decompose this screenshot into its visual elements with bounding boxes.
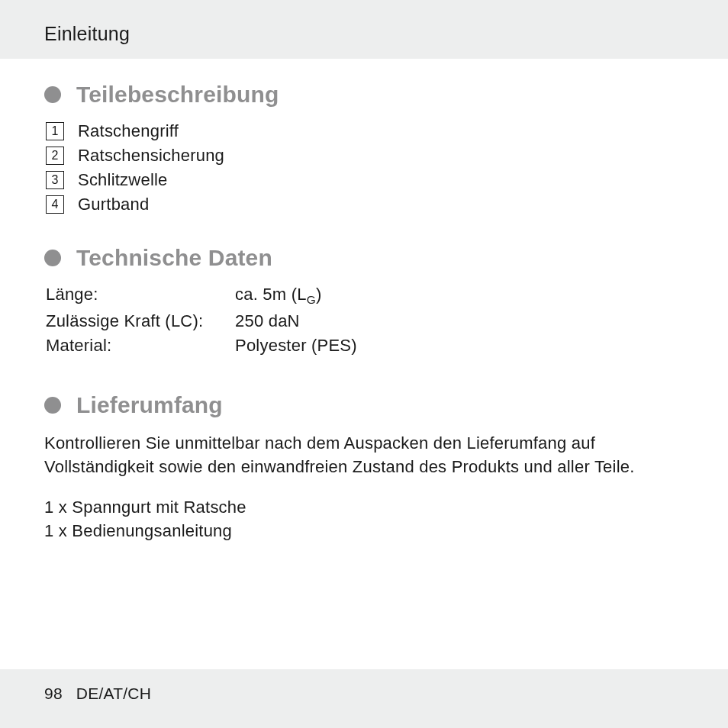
scope-paragraph: Kontrollieren Sie unmittelbar nach dem A… xyxy=(44,432,684,478)
table-row: Zulässige Kraft (LC): 250 daN xyxy=(46,311,684,331)
callout-number: 4 xyxy=(46,195,64,214)
spec-value: ca. 5m (LG) xyxy=(235,285,321,307)
heading-scope: Lieferumfang xyxy=(76,392,223,418)
heading-parts: Teilebeschreibung xyxy=(76,82,279,108)
bullet-icon xyxy=(44,250,61,266)
page-body: Teilebeschreibung 1 Ratschengriff 2 Rats… xyxy=(0,59,728,669)
scope-list: 1 x Spanngurt mit Ratsche 1 x Bedienungs… xyxy=(44,495,684,543)
heading-specs: Technische Daten xyxy=(76,245,272,271)
callout-number: 2 xyxy=(46,147,64,165)
spec-value-text: ca. 5m (L xyxy=(235,285,307,304)
spec-value-text: ) xyxy=(316,285,322,304)
spec-value: Polyester (PES) xyxy=(235,336,357,356)
spec-key: Material: xyxy=(46,336,235,356)
section-title-specs: Technische Daten xyxy=(44,245,684,271)
part-label: Ratschengriff xyxy=(78,121,179,141)
spec-value-subscript: G xyxy=(307,293,316,306)
spec-key: Zulässige Kraft (LC): xyxy=(46,311,235,331)
bullet-icon xyxy=(44,86,61,103)
list-item: 1 x Bedienungsanleitung xyxy=(44,519,684,543)
list-item: 2 Ratschensicherung xyxy=(46,146,684,166)
locale-code: DE/AT/CH xyxy=(76,685,151,703)
part-label: Ratschensicherung xyxy=(78,146,224,166)
parts-list: 1 Ratschengriff 2 Ratschensicherung 3 Sc… xyxy=(46,121,684,214)
section-title-scope: Lieferumfang xyxy=(44,392,684,418)
page-header: Einleitung xyxy=(0,0,728,59)
list-item: 1 Ratschengriff xyxy=(46,121,684,141)
page-footer: 98 DE/AT/CH xyxy=(0,669,728,703)
callout-number: 1 xyxy=(46,122,64,140)
bullet-icon xyxy=(44,397,61,414)
table-row: Länge: ca. 5m (LG) xyxy=(46,285,684,307)
part-label: Schlitzwelle xyxy=(78,170,168,190)
list-item: 4 Gurtband xyxy=(46,195,684,214)
page-number: 98 xyxy=(44,685,63,703)
list-item: 3 Schlitzwelle xyxy=(46,170,684,190)
list-item: 1 x Spanngurt mit Ratsche xyxy=(44,495,684,519)
spec-value: 250 daN xyxy=(235,311,300,331)
callout-number: 3 xyxy=(46,171,64,189)
specs-table: Länge: ca. 5m (LG) Zulässige Kraft (LC):… xyxy=(46,285,684,356)
table-row: Material: Polyester (PES) xyxy=(46,336,684,356)
section-title-parts: Teilebeschreibung xyxy=(44,82,684,108)
spec-key: Länge: xyxy=(46,285,235,307)
part-label: Gurtband xyxy=(78,195,150,214)
